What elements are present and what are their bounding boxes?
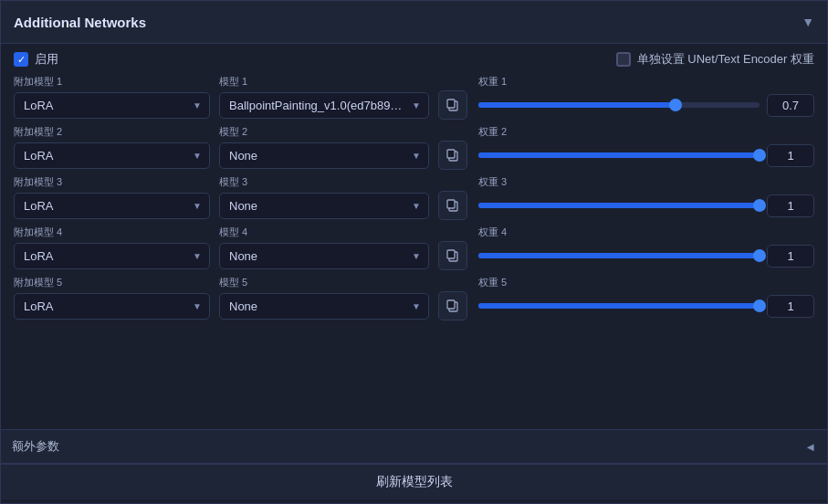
refresh-button-label: 刷新模型列表 bbox=[376, 474, 453, 490]
model-row-1: 附加模型 1 模型 1 权重 1 LoRA ▼ BallpointPaintin… bbox=[14, 75, 814, 120]
weight-input-1[interactable] bbox=[767, 94, 814, 117]
model-select-4[interactable]: None bbox=[219, 243, 429, 269]
panel-toggle-icon[interactable]: ▼ bbox=[802, 15, 814, 29]
addon-select-4[interactable]: LoRA bbox=[14, 243, 210, 269]
model-row-5: 附加模型 5 模型 5 权重 5 LoRA ▼ None ▼ bbox=[14, 276, 814, 320]
copy-icon-4 bbox=[445, 248, 460, 263]
weight-slider-track-4[interactable] bbox=[478, 253, 760, 258]
col-addon-5: LoRA ▼ bbox=[14, 293, 210, 320]
weight-slider-track-5[interactable] bbox=[478, 303, 760, 309]
row-labels-2: 附加模型 2 模型 2 权重 2 bbox=[14, 125, 814, 141]
col-copy-3 bbox=[436, 191, 469, 220]
copy-btn-3[interactable] bbox=[438, 191, 467, 220]
model-select-wrapper-2: None ▼ bbox=[219, 142, 429, 169]
model-label-1: 模型 1 bbox=[219, 75, 429, 89]
weight-label-5: 权重 5 bbox=[478, 276, 507, 289]
weight-slider-fill-5 bbox=[478, 303, 760, 309]
addon-label-5: 附加模型 5 bbox=[14, 276, 210, 289]
addon-select-3[interactable]: LoRA bbox=[14, 193, 210, 219]
unet-checkbox[interactable] bbox=[616, 52, 631, 67]
copy-icon-5 bbox=[445, 299, 460, 313]
svg-rect-9 bbox=[447, 300, 455, 309]
row-labels-4: 附加模型 4 模型 4 权重 4 bbox=[14, 226, 814, 241]
addon-select-1[interactable]: LoRA bbox=[14, 92, 210, 119]
col-weight-1 bbox=[478, 94, 814, 117]
weight-slider-thumb-4[interactable] bbox=[753, 249, 766, 262]
copy-btn-5[interactable] bbox=[438, 291, 467, 320]
row-labels-3: 附加模型 3 模型 3 权重 3 bbox=[14, 175, 814, 191]
col-copy-2 bbox=[436, 141, 469, 170]
panel-body: 启用 单独设置 UNet/Text Encoder 权重 附加模型 1 模型 1… bbox=[1, 44, 827, 503]
model-label-5: 模型 5 bbox=[219, 276, 429, 289]
refresh-button[interactable]: 刷新模型列表 bbox=[1, 464, 827, 499]
addon-label-3: 附加模型 3 bbox=[14, 175, 210, 189]
addon-select-wrapper-4: LoRA ▼ bbox=[14, 243, 210, 269]
addon-select-wrapper-5: LoRA ▼ bbox=[14, 293, 210, 320]
weight-input-3[interactable] bbox=[767, 194, 814, 217]
additional-networks-panel: Additional Networks ▼ 启用 单独设置 UNet/Text … bbox=[0, 0, 828, 504]
row-inputs-1: LoRA ▼ BallpointPainting_v1.0(ed7b89… ▼ bbox=[14, 90, 814, 120]
weight-slider-fill-3 bbox=[478, 203, 760, 208]
row-labels-1: 附加模型 1 模型 1 权重 1 bbox=[14, 75, 814, 90]
model-label-4: 模型 4 bbox=[219, 226, 429, 239]
addon-select-wrapper-1: LoRA ▼ bbox=[14, 92, 210, 119]
col-copy-5 bbox=[436, 291, 469, 320]
model-select-5[interactable]: None bbox=[219, 293, 429, 320]
extra-params-label: 额外参数 bbox=[12, 438, 59, 455]
model-select-wrapper-1: BallpointPainting_v1.0(ed7b89… ▼ bbox=[219, 92, 429, 119]
weight-slider-track-2[interactable] bbox=[478, 152, 760, 158]
col-model-4: None ▼ bbox=[219, 243, 429, 269]
addon-select-2[interactable]: LoRA bbox=[14, 142, 210, 169]
enable-label: 启用 bbox=[35, 51, 58, 68]
copy-btn-2[interactable] bbox=[438, 141, 467, 170]
addon-label-2: 附加模型 2 bbox=[14, 125, 210, 139]
copy-btn-4[interactable] bbox=[438, 241, 467, 270]
weight-slider-thumb-3[interactable] bbox=[753, 199, 766, 212]
model-select-wrapper-5: None ▼ bbox=[219, 293, 429, 320]
copy-btn-1[interactable] bbox=[438, 90, 467, 120]
panel-title: Additional Networks bbox=[14, 15, 146, 30]
weight-slider-track-3[interactable] bbox=[478, 203, 760, 208]
weight-label-4: 权重 4 bbox=[478, 226, 507, 239]
addon-select-5[interactable]: LoRA bbox=[14, 293, 210, 320]
enable-checkbox-label[interactable]: 启用 bbox=[14, 51, 58, 68]
model-select-2[interactable]: None bbox=[219, 142, 429, 169]
model-row-4: 附加模型 4 模型 4 权重 4 LoRA ▼ None ▼ bbox=[14, 226, 814, 270]
model-select-1[interactable]: BallpointPainting_v1.0(ed7b89… bbox=[219, 92, 429, 119]
addon-select-wrapper-3: LoRA ▼ bbox=[14, 193, 210, 219]
weight-slider-thumb-2[interactable] bbox=[753, 149, 766, 162]
col-weight-3 bbox=[478, 194, 814, 217]
weight-slider-fill-2 bbox=[478, 152, 760, 158]
model-label-3: 模型 3 bbox=[219, 175, 429, 189]
col-addon-2: LoRA ▼ bbox=[14, 142, 210, 169]
weight-input-5[interactable] bbox=[767, 295, 814, 318]
row-inputs-5: LoRA ▼ None ▼ bbox=[14, 291, 814, 320]
svg-rect-7 bbox=[447, 250, 455, 258]
weight-slider-track-1[interactable] bbox=[478, 102, 760, 108]
copy-icon-3 bbox=[445, 198, 460, 213]
addon-label-4: 附加模型 4 bbox=[14, 226, 210, 239]
col-weight-4 bbox=[478, 245, 814, 268]
weight-input-4[interactable] bbox=[767, 245, 814, 268]
col-model-3: None ▼ bbox=[219, 193, 429, 219]
weight-input-2[interactable] bbox=[767, 144, 814, 167]
row-labels-5: 附加模型 5 模型 5 权重 5 bbox=[14, 276, 814, 291]
extra-params-section[interactable]: 额外参数 ◄ bbox=[1, 429, 827, 464]
row-inputs-3: LoRA ▼ None ▼ bbox=[14, 191, 814, 220]
row-inputs-4: LoRA ▼ None ▼ bbox=[14, 241, 814, 270]
copy-icon-1 bbox=[445, 98, 460, 112]
top-controls: 启用 单独设置 UNet/Text Encoder 权重 bbox=[14, 51, 814, 68]
row-inputs-2: LoRA ▼ None ▼ bbox=[14, 141, 814, 170]
model-select-3[interactable]: None bbox=[219, 193, 429, 219]
model-label-2: 模型 2 bbox=[219, 125, 429, 139]
weight-slider-thumb-1[interactable] bbox=[669, 99, 682, 111]
col-model-1: BallpointPainting_v1.0(ed7b89… ▼ bbox=[219, 92, 429, 119]
unet-checkbox-label[interactable]: 单独设置 UNet/Text Encoder 权重 bbox=[616, 51, 814, 68]
col-copy-4 bbox=[436, 241, 469, 270]
svg-rect-5 bbox=[447, 200, 455, 208]
copy-icon-2 bbox=[445, 148, 460, 163]
enable-checkbox[interactable] bbox=[14, 52, 28, 67]
weight-slider-thumb-5[interactable] bbox=[753, 299, 766, 312]
rows-container: 附加模型 1 模型 1 权重 1 LoRA ▼ BallpointPaintin… bbox=[14, 75, 814, 425]
col-addon-3: LoRA ▼ bbox=[14, 193, 210, 219]
